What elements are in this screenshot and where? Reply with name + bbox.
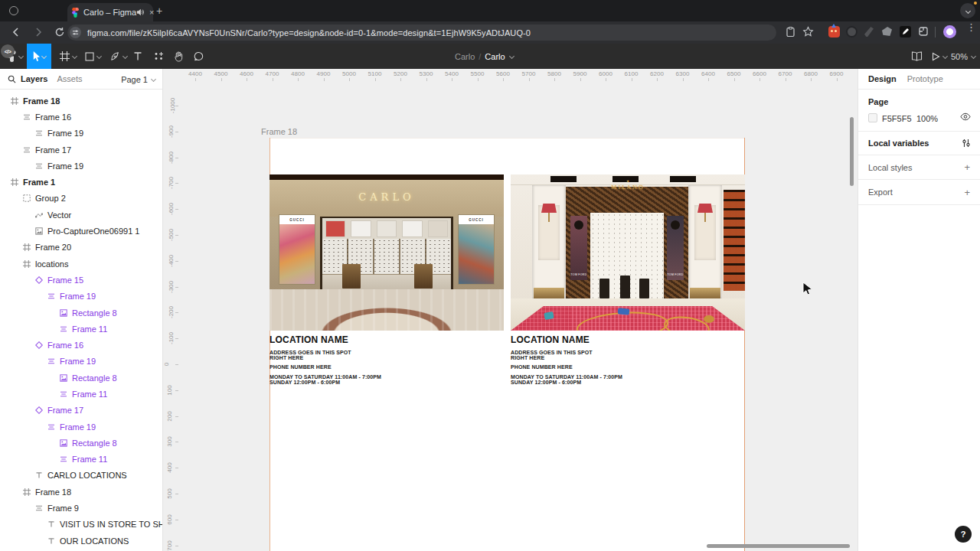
location-hours-1[interactable]: MONDAY TO SATURDAY 11:00AM - 7:00PM SUND… [270, 375, 381, 386]
layer-row-locations[interactable]: locations [0, 256, 162, 272]
tab-prototype[interactable]: Prototype [907, 74, 943, 83]
storefront-image-carlo[interactable]: CARLO GUCCI GUCCI [270, 174, 504, 331]
layer-row-frame-19[interactable]: Frame 19 [0, 289, 162, 305]
dev-mode-code-icon[interactable]: </> [1, 44, 15, 58]
layer-row-vector[interactable]: Vector [0, 207, 162, 223]
extension-icon-2[interactable] [846, 26, 858, 37]
layer-row-frame-19[interactable]: Frame 19 [0, 354, 162, 370]
save-to-device-icon[interactable] [786, 27, 795, 37]
layer-row-frame-19[interactable]: Frame 19 [0, 126, 162, 142]
layer-row-frame-16[interactable]: Frame 16 [0, 337, 162, 353]
horizontal-scrollbar[interactable] [707, 544, 850, 548]
extension-icon-1[interactable] [828, 26, 840, 37]
location-title-1[interactable]: LOCATION NAME [270, 335, 348, 345]
layer-row-our-locations[interactable]: OUR LOCATIONS [0, 533, 162, 549]
canvas-frame-label[interactable]: Frame 18 [261, 127, 297, 136]
location-address-1[interactable]: ADDRESS GOES IN THIS SPOT RIGHT HERE [270, 350, 351, 361]
page-color-opacity[interactable]: 100% [916, 114, 938, 123]
tab-assets[interactable]: Assets [57, 74, 82, 83]
frame-tool-button[interactable] [57, 44, 80, 69]
hand-tool-button[interactable] [168, 44, 188, 69]
add-style-icon[interactable]: + [964, 161, 970, 173]
layer-row-frame-19[interactable]: Frame 19 [0, 419, 162, 435]
layer-row-frame-19[interactable]: Frame 19 [0, 158, 162, 174]
layer-row-frame-18[interactable]: Frame 18 [0, 484, 162, 500]
comment-tool-button[interactable] [188, 44, 208, 69]
site-settings-icon[interactable] [70, 27, 81, 38]
layer-row-frame-20[interactable]: Frame 20 [0, 240, 162, 256]
page-color-swatch[interactable] [868, 113, 877, 122]
forward-icon[interactable] [33, 27, 44, 37]
location-address-2[interactable]: ADDRESS GOES IN THIS SPOT RIGHT HERE [511, 350, 593, 361]
help-button[interactable]: ? [955, 526, 972, 543]
extension-icon-4[interactable] [882, 27, 892, 36]
export-section[interactable]: Export + [858, 180, 980, 205]
new-tab-button[interactable]: + [156, 5, 162, 16]
layer-row-rectangle-8[interactable]: Rectangle 8 [0, 370, 162, 386]
layer-row-frame-11[interactable]: Frame 11 [0, 452, 162, 468]
layer-row-frame-16[interactable]: Frame 16 [0, 109, 162, 125]
profile-avatar[interactable] [943, 25, 956, 38]
extension-icon-3[interactable] [864, 27, 874, 37]
reload-icon[interactable] [54, 27, 65, 37]
vertical-scrollbar[interactable] [850, 117, 854, 186]
move-tool-button[interactable] [27, 44, 51, 69]
variables-icon[interactable] [962, 139, 971, 148]
shape-tool-button[interactable] [82, 44, 105, 69]
visibility-eye-icon[interactable] [960, 112, 971, 121]
layer-row-pro-captureone06991-1[interactable]: Pro-CaptureOne06991 1 [0, 223, 162, 239]
local-styles-section[interactable]: Local styles + [858, 155, 980, 180]
layer-row-frame-1[interactable]: Frame 1 [0, 174, 162, 190]
location-phone-1[interactable]: PHONE NUMBER HERE [270, 365, 332, 370]
extension-icon-6[interactable] [918, 26, 929, 37]
library-button[interactable] [906, 44, 926, 69]
layer-row-group-2[interactable]: Group 2 [0, 191, 162, 207]
storefront-image-milano[interactable]: ✦ MILANO TOM FORD TOM FORD [511, 174, 745, 331]
back-icon[interactable] [11, 27, 21, 37]
page-selector[interactable]: Page 1 [121, 69, 156, 90]
layer-label: Frame 16 [35, 112, 71, 122]
layer-row-frame-9[interactable]: Frame 9 [0, 500, 162, 516]
zoom-control[interactable]: 50% [951, 44, 976, 69]
layer-row-frame-11[interactable]: Frame 11 [0, 321, 162, 337]
resources-icon [154, 51, 164, 61]
page-color-hex[interactable]: F5F5F5 [882, 114, 912, 123]
url-field[interactable]: figma.com/file/zK5ilpI6caAVYNsF0UnSNr/Ca… [67, 24, 776, 41]
toolbar-divider [935, 27, 936, 37]
layer-row-frame-17[interactable]: Frame 17 [0, 142, 162, 158]
tab-search-chevron-button[interactable] [960, 3, 975, 18]
browser-menu-icon[interactable]: ⋮ [966, 25, 971, 30]
search-icon[interactable] [8, 75, 16, 83]
location-title-2[interactable]: LOCATION NAME [511, 335, 590, 345]
tab-design[interactable]: Design [868, 74, 897, 83]
layer-row-rectangle-8[interactable]: Rectangle 8 [0, 305, 162, 321]
canvas[interactable]: 4400450046004700480049005000510052005300… [163, 69, 858, 551]
breadcrumb-project[interactable]: Carlo [455, 52, 475, 61]
bookmark-star-icon[interactable] [802, 26, 814, 37]
text-tool-button[interactable] [129, 44, 147, 69]
present-button[interactable] [928, 44, 951, 69]
tab-close-icon[interactable]: × [149, 8, 154, 16]
layer-row-rectangle-8[interactable]: Rectangle 8 [0, 435, 162, 451]
breadcrumb-file[interactable]: Carlo [485, 52, 505, 61]
tab-audio-icon[interactable] [136, 8, 144, 16]
layer-row-visit-us-in-store-to-shop-the-2-[interactable]: VISIT US IN STORE TO SHOP THE 2... [0, 517, 162, 533]
layer-row-frame-18[interactable]: Frame 18 [0, 93, 162, 109]
image-icon [60, 439, 67, 447]
location-hours-2[interactable]: MONDAY TO SATURDAY 11:00AM - 7:00PM SUND… [511, 375, 622, 386]
tab-layers[interactable]: Layers [21, 74, 47, 83]
resources-button[interactable] [149, 44, 168, 69]
add-export-icon[interactable]: + [964, 187, 970, 198]
local-variables-section[interactable]: Local variables [858, 132, 980, 155]
file-menu-chevron-icon[interactable] [509, 54, 514, 59]
pen-tool-button[interactable] [107, 44, 130, 69]
extension-icon-5[interactable] [900, 26, 911, 37]
browser-tab[interactable]: Carlo – Figma × [67, 3, 153, 21]
layer-row-carlo-locations[interactable]: CARLO LOCATIONS [0, 468, 162, 484]
location-phone-2[interactable]: PHONE NUMBER HERE [511, 365, 573, 370]
layer-row-frame-11[interactable]: Frame 11 [0, 386, 162, 402]
layer-row-frame-15[interactable]: Frame 15 [0, 272, 162, 288]
layer-row-frame-17[interactable]: Frame 17 [0, 403, 162, 419]
layers-panel: Layers Assets Page 1 Frame 18Frame 16Fra… [0, 69, 163, 551]
layer-label: Frame 19 [47, 129, 83, 138]
